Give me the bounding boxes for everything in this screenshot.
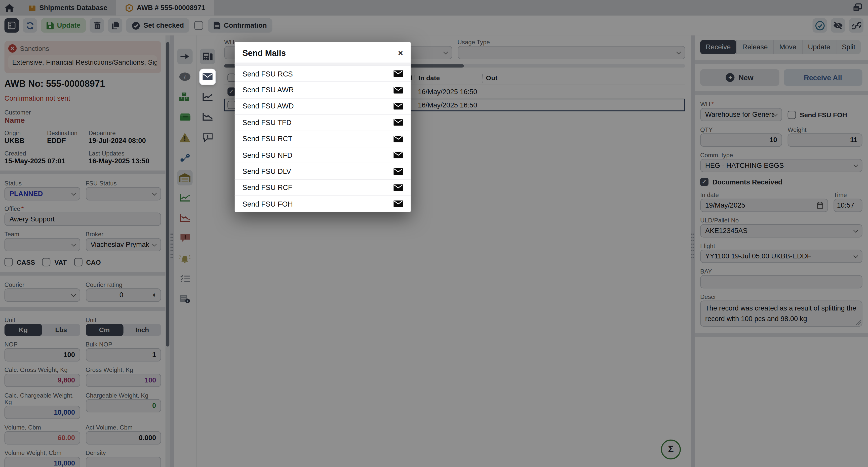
send-mails-button[interactable] <box>200 69 215 85</box>
item-label: Send FSU NFD <box>243 151 292 159</box>
item-label: Send FSU AWD <box>243 102 294 111</box>
envelope-icon <box>394 119 403 126</box>
send-fsu-awd-item[interactable]: Send FSU AWD <box>235 98 411 114</box>
item-label: Send FSU TFD <box>243 118 291 127</box>
item-label: Send FSU FOH <box>243 200 293 208</box>
envelope-icon <box>394 152 403 158</box>
send-fsu-tfd-item[interactable]: Send FSU TFD <box>235 114 411 131</box>
item-label: Send FSU RCT <box>243 135 292 143</box>
send-fsu-rcs-item[interactable]: Send FSU RCS <box>235 65 411 82</box>
item-label: Send FSU AWR <box>243 86 294 94</box>
item-label: Send FSU DLV <box>243 167 291 175</box>
send-fsu-foh-item[interactable]: Send FSU FOH <box>235 195 411 212</box>
item-label: Send FSU RCS <box>243 70 293 78</box>
send-fsu-dlv-item[interactable]: Send FSU DLV <box>235 163 411 179</box>
envelope-icon <box>394 135 403 142</box>
envelope-icon <box>394 168 403 175</box>
envelope-icon <box>394 103 403 110</box>
send-fsu-rcf-item[interactable]: Send FSU RCF <box>235 179 411 195</box>
envelope-icon <box>394 200 403 207</box>
popup-title: Send Mails <box>243 48 286 57</box>
send-mails-popup: Send Mails × Send FSU RCS Send FSU AWR S… <box>235 42 411 212</box>
send-fsu-awr-item[interactable]: Send FSU AWR <box>235 82 411 98</box>
app-window: Shipments Database AWB # 555-00008971 Up… <box>0 0 868 467</box>
modal-dim-overlay[interactable] <box>0 0 868 467</box>
envelope-icon <box>394 87 403 93</box>
send-fsu-rct-item[interactable]: Send FSU RCT <box>235 130 411 147</box>
envelope-icon <box>394 70 403 77</box>
item-label: Send FSU RCF <box>243 183 292 192</box>
send-fsu-nfd-item[interactable]: Send FSU NFD <box>235 147 411 163</box>
close-icon[interactable]: × <box>398 49 403 57</box>
envelope-icon <box>203 73 213 80</box>
envelope-icon <box>394 184 403 191</box>
